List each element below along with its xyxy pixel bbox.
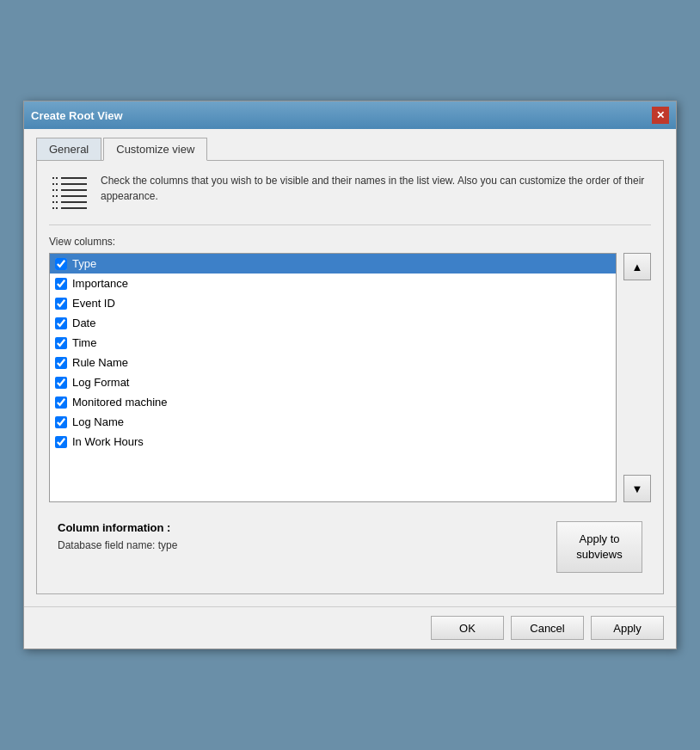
columns-area: Type Importance Event ID Date <box>49 253 651 502</box>
column-label: Type <box>72 257 96 270</box>
list-item[interactable]: Monitored machine <box>50 392 616 412</box>
column-info-detail: Database field name: type <box>58 539 556 551</box>
list-item[interactable]: Log Format <box>50 372 616 392</box>
column-label: Log Format <box>72 376 129 389</box>
column-checkbox-time[interactable] <box>55 337 67 349</box>
column-checkbox-importance[interactable] <box>55 278 67 290</box>
dialog-footer: OK Cancel Apply <box>24 606 676 649</box>
apply-to-subviews-button[interactable]: Apply tosubviews <box>556 521 642 573</box>
dialog-body: General Customize view <box>24 129 676 606</box>
dialog-title: Create Root View <box>31 109 123 122</box>
up-arrow-icon: ▲ <box>632 261 643 274</box>
list-item[interactable]: Date <box>50 313 616 333</box>
ok-button[interactable]: OK <box>431 616 504 640</box>
column-label: Time <box>72 336 96 349</box>
column-label: Monitored machine <box>72 396 168 409</box>
apply-subviews-label: Apply tosubviews <box>576 532 622 562</box>
column-label: Rule Name <box>72 356 128 369</box>
column-checkbox-inworkhours[interactable] <box>55 436 67 448</box>
column-checkbox-type[interactable] <box>55 258 67 270</box>
column-info-title: Column information : <box>58 521 556 534</box>
close-button[interactable]: ✕ <box>652 107 669 124</box>
section-label: View columns: <box>49 236 651 248</box>
down-arrow-icon: ▼ <box>632 483 643 495</box>
info-section: Check the columns that you wish to be vi… <box>49 173 651 225</box>
column-label: Date <box>72 317 95 329</box>
create-root-view-dialog: Create Root View ✕ General Customize vie… <box>23 101 677 649</box>
list-item[interactable]: Time <box>50 333 616 353</box>
column-checkbox-monitoredmachine[interactable] <box>55 397 67 409</box>
column-label: Importance <box>72 277 128 290</box>
list-item[interactable]: Type <box>50 254 616 274</box>
columns-list[interactable]: Type Importance Event ID Date <box>49 253 617 502</box>
column-info-section: Column information : Database field name… <box>49 513 651 581</box>
move-down-button[interactable]: ▼ <box>623 475 651 502</box>
list-item[interactable]: Rule Name <box>50 353 616 372</box>
cancel-button[interactable]: Cancel <box>511 616 584 640</box>
list-item[interactable]: Event ID <box>50 293 616 313</box>
table-icon <box>49 173 90 214</box>
column-checkbox-eventid[interactable] <box>55 298 67 310</box>
column-checkbox-logformat[interactable] <box>55 377 67 389</box>
tab-general[interactable]: General <box>36 138 101 160</box>
column-checkbox-date[interactable] <box>55 317 67 329</box>
list-item[interactable]: In Work Hours <box>50 432 616 452</box>
list-item[interactable]: Log Name <box>50 412 616 432</box>
column-label: Log Name <box>72 415 124 428</box>
column-label: Event ID <box>72 297 115 310</box>
tabs-container: General Customize view <box>36 138 664 161</box>
column-label: In Work Hours <box>72 435 144 448</box>
list-item[interactable]: Importance <box>50 274 616 293</box>
column-checkbox-rulename[interactable] <box>55 357 67 369</box>
tab-content-customize: Check the columns that you wish to be vi… <box>36 161 664 594</box>
move-up-button[interactable]: ▲ <box>623 253 651 280</box>
arrow-buttons: ▲ ▼ <box>623 253 651 502</box>
column-info-text: Column information : Database field name… <box>58 521 556 551</box>
tab-customize[interactable]: Customize view <box>103 138 207 161</box>
apply-button[interactable]: Apply <box>591 616 664 640</box>
info-text: Check the columns that you wish to be vi… <box>101 173 651 204</box>
column-checkbox-logname[interactable] <box>55 416 67 428</box>
title-bar: Create Root View ✕ <box>24 101 676 129</box>
